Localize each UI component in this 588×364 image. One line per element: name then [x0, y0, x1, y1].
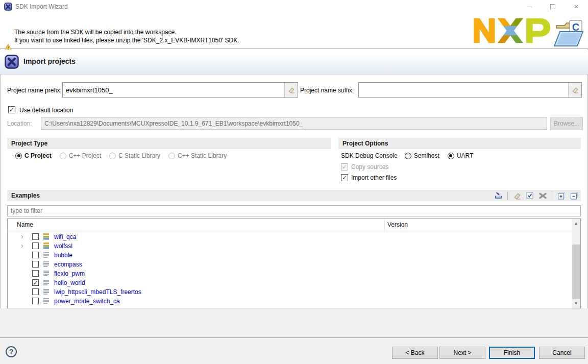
- project-option-row: Copy sources: [341, 163, 388, 171]
- example-checkbox[interactable]: [32, 233, 39, 240]
- examples-table: Name Version ›wifi_qca›wolfsslbubbleecom…: [7, 219, 581, 308]
- select-all-icon[interactable]: [525, 191, 534, 200]
- debug-console-options: SemihostUART: [405, 152, 473, 159]
- project-options-group-header: Project Options: [338, 138, 581, 149]
- project-type-option: C++ Static Library: [168, 152, 227, 159]
- example-name-link[interactable]: power_mode_switch_ca: [54, 298, 120, 305]
- project-type-options: C ProjectC++ ProjectC Static LibraryC++ …: [15, 152, 227, 159]
- example-icon: [43, 288, 49, 295]
- toolbar-separator: [552, 191, 552, 200]
- example-row[interactable]: flexio_pwm: [8, 269, 572, 278]
- scroll-down-button[interactable]: ▼: [572, 299, 580, 308]
- help-button[interactable]: ?: [6, 346, 17, 357]
- message-banner: The source from the SDK will be copied i…: [0, 13, 588, 49]
- example-checkbox[interactable]: [32, 252, 39, 258]
- suffix-input[interactable]: [359, 83, 568, 97]
- maximize-button[interactable]: [541, 0, 565, 13]
- c-project-folder-icon: C: [552, 19, 585, 48]
- filter-input[interactable]: [7, 205, 581, 216]
- suffix-label: Project name suffix:: [300, 87, 354, 94]
- project-option-checkbox[interactable]: [341, 174, 348, 181]
- suffix-fieldbox: [358, 82, 582, 98]
- project-type-group-header: Project Type: [7, 138, 331, 149]
- radio-icon[interactable]: [15, 153, 22, 159]
- debug-console-option[interactable]: Semihost: [405, 152, 439, 159]
- cancel-button[interactable]: Cancel: [539, 347, 585, 359]
- example-row[interactable]: ›wolfssl: [8, 241, 572, 251]
- expand-chevron-icon[interactable]: ›: [21, 232, 27, 240]
- example-name-link[interactable]: wolfssl: [54, 242, 72, 250]
- example-name-link[interactable]: lwip_httpscli_mbedTLS_freertos: [54, 288, 141, 296]
- column-header-version[interactable]: Version: [387, 221, 408, 228]
- debug-console-option-label: Semihost: [414, 152, 439, 159]
- import-into-workspace-icon[interactable]: [494, 191, 503, 200]
- project-option-row: Import other files: [341, 174, 397, 181]
- example-icon: [43, 279, 49, 286]
- example-row[interactable]: ecompass: [8, 260, 572, 269]
- radio-icon: [168, 153, 175, 159]
- table-header: Name Version: [8, 219, 580, 231]
- scrollbar-thumb[interactable]: [572, 245, 580, 299]
- example-checkbox[interactable]: [32, 270, 39, 277]
- project-option-label: Copy sources: [351, 163, 388, 171]
- project-type-option[interactable]: C Project: [15, 152, 52, 159]
- close-button[interactable]: ×: [565, 0, 588, 13]
- project-type-option: C++ Project: [60, 152, 101, 159]
- project-option-label: Import other files: [351, 174, 397, 181]
- example-name-link[interactable]: hello_world: [54, 279, 85, 286]
- prefix-erase-button[interactable]: [284, 83, 298, 97]
- erase-filter-icon[interactable]: [512, 191, 522, 200]
- back-button[interactable]: < Back: [392, 347, 438, 359]
- project-options-title: Project Options: [338, 138, 581, 149]
- maximize-icon: [550, 4, 555, 9]
- footer-separator: [0, 337, 588, 338]
- examples-group-header: Examples: [7, 190, 581, 201]
- column-header-name[interactable]: Name: [17, 221, 33, 228]
- example-checkbox[interactable]: [32, 298, 39, 304]
- example-row[interactable]: lwip_httpscli_mbedTLS_freertos: [8, 287, 572, 297]
- example-name-link[interactable]: wifi_qca: [54, 233, 76, 240]
- example-checkbox[interactable]: [32, 242, 39, 249]
- scroll-up-button[interactable]: ▲: [572, 219, 580, 228]
- example-name-link[interactable]: flexio_pwm: [54, 270, 85, 277]
- project-type-option: C Static Library: [109, 152, 160, 159]
- expand-chevron-icon[interactable]: ›: [21, 241, 27, 250]
- finish-button[interactable]: Finish: [489, 347, 535, 359]
- next-button[interactable]: Next >: [439, 347, 485, 359]
- debug-console-row: SDK Debug Console SemihostUART: [341, 152, 473, 159]
- minimize-button[interactable]: [518, 0, 541, 13]
- browse-button[interactable]: Browse...: [550, 117, 583, 130]
- debug-console-label: SDK Debug Console: [341, 152, 398, 159]
- project-type-option-label: C++ Project: [69, 152, 101, 159]
- radio-icon[interactable]: [448, 153, 454, 159]
- example-checkbox[interactable]: [32, 261, 39, 268]
- project-type-option-label: C++ Static Library: [178, 152, 227, 159]
- use-default-location-checkbox[interactable]: [8, 106, 15, 113]
- example-row[interactable]: hello_world: [8, 278, 572, 287]
- example-row[interactable]: power_mode_switch_ca: [8, 297, 572, 306]
- warning-text-line2: If you want to use linked files, please …: [14, 37, 239, 44]
- example-name-link[interactable]: bubble: [54, 252, 72, 259]
- radio-icon: [109, 153, 116, 159]
- nxp-logo: [474, 14, 550, 47]
- debug-console-option[interactable]: UART: [448, 152, 473, 159]
- location-label: Location:: [7, 120, 32, 127]
- collapse-all-icon[interactable]: [570, 191, 579, 200]
- suffix-erase-button[interactable]: [568, 83, 581, 97]
- use-default-location-label: Use default location: [19, 107, 73, 114]
- deselect-all-icon[interactable]: [538, 191, 547, 200]
- column-separator[interactable]: [384, 219, 385, 231]
- example-checkbox[interactable]: [32, 279, 39, 286]
- project-type-title: Project Type: [7, 138, 331, 149]
- example-checkbox[interactable]: [32, 288, 39, 295]
- radio-icon[interactable]: [405, 153, 411, 159]
- vertical-scrollbar[interactable]: ▲ ▼: [572, 219, 580, 308]
- example-row[interactable]: ›wifi_qca: [8, 232, 572, 241]
- location-field: C:\Users\nxa12829\Documents\MCUXpressoID…: [41, 117, 547, 130]
- prefix-input[interactable]: [63, 83, 284, 97]
- example-name-link[interactable]: ecompass: [54, 261, 82, 268]
- example-row[interactable]: bubble: [8, 251, 572, 260]
- window-title: SDK Import Wizard: [15, 0, 68, 13]
- close-icon: ×: [574, 4, 579, 9]
- expand-all-icon[interactable]: [557, 191, 566, 200]
